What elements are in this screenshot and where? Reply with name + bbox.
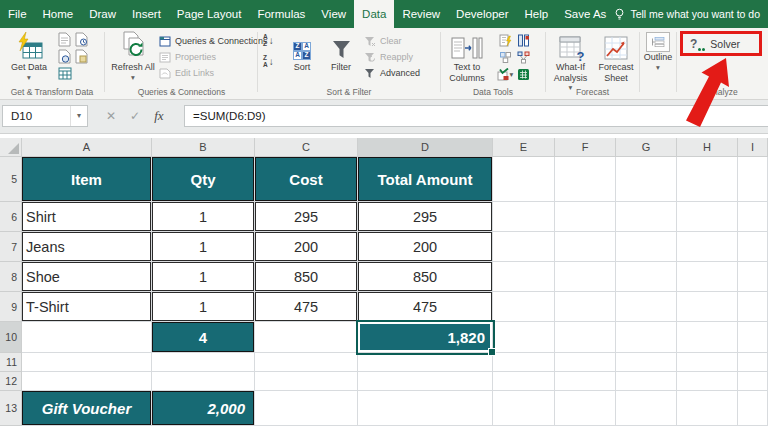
refresh-all-button[interactable]: Refresh All ▾ (111, 30, 155, 83)
existing-connections-icon[interactable] (75, 49, 88, 64)
tab-file[interactable]: File (0, 0, 35, 28)
cell-A11[interactable] (22, 353, 152, 372)
cell-F10[interactable] (555, 322, 616, 353)
solver-button[interactable]: ? Solver (690, 37, 740, 51)
recent-sources-icon[interactable] (75, 32, 88, 47)
row-header-6[interactable]: 6 (0, 202, 22, 232)
cell-G5[interactable] (616, 157, 677, 202)
cell-E9[interactable] (493, 292, 555, 322)
from-web-icon[interactable] (58, 49, 71, 64)
cell-C11[interactable] (255, 353, 358, 372)
cell-G9[interactable] (616, 292, 677, 322)
row-header-7[interactable]: 7 (0, 232, 22, 262)
cell-D8[interactable]: 850 (358, 262, 493, 292)
tell-me-box[interactable]: Tell me what you want to do (614, 0, 768, 28)
cancel-icon[interactable]: ✕ (106, 109, 116, 123)
cell-B6[interactable]: 1 (152, 202, 255, 232)
cell-I9[interactable] (738, 292, 768, 322)
cell-I6[interactable] (738, 202, 768, 232)
cell-B8[interactable]: 1 (152, 262, 255, 292)
tab-page-layout[interactable]: Page Layout (169, 0, 250, 28)
cell-E12[interactable] (493, 372, 555, 391)
cell-A10[interactable] (22, 322, 152, 353)
cell-E11[interactable] (493, 353, 555, 372)
col-header-B[interactable]: B (152, 138, 255, 157)
tab-data[interactable]: Data (354, 0, 394, 28)
cell-H7[interactable] (677, 232, 738, 262)
cell-C13[interactable] (255, 391, 358, 426)
cell-A13[interactable]: Gift Voucher (22, 391, 152, 426)
queries-connections-button[interactable]: Queries & Connections (159, 35, 268, 47)
flash-fill-icon[interactable] (499, 34, 512, 47)
cell-I10[interactable] (738, 322, 768, 353)
manage-data-model-icon[interactable] (517, 68, 530, 81)
insert-function-icon[interactable]: fx (154, 108, 163, 124)
name-box-caret-icon[interactable]: ▾ (70, 106, 87, 126)
cell-G11[interactable] (616, 353, 677, 372)
cell-E10[interactable] (493, 322, 555, 353)
tab-draw[interactable]: Draw (81, 0, 124, 28)
cell-A8[interactable]: Shoe (22, 262, 152, 292)
forecast-sheet-button[interactable]: Forecast Sheet (595, 30, 637, 83)
col-header-G[interactable]: G (616, 138, 677, 157)
tab-save-as[interactable]: Save As (556, 0, 614, 28)
data-validation-button[interactable]: ▾ (497, 68, 514, 81)
cell-D11[interactable] (358, 353, 493, 372)
col-header-D[interactable]: D (358, 138, 493, 157)
cell-F13[interactable] (555, 391, 616, 426)
text-to-columns-button[interactable]: Text to Columns (443, 30, 491, 83)
row-header-11[interactable]: 11 (0, 353, 22, 372)
properties-button[interactable]: Properties (159, 51, 268, 63)
cell-G10[interactable] (616, 322, 677, 353)
sort-ascending-icon[interactable]: AZ ↓ (263, 34, 274, 47)
cell-E7[interactable] (493, 232, 555, 262)
col-header-A[interactable]: A (22, 138, 152, 157)
advanced-filter-button[interactable]: Advanced (364, 67, 420, 79)
select-all-corner[interactable] (0, 138, 22, 157)
from-text-icon[interactable] (58, 32, 71, 47)
cell-G13[interactable] (616, 391, 677, 426)
clear-filter-button[interactable]: Clear (364, 35, 420, 47)
remove-duplicates-icon[interactable] (517, 34, 530, 47)
col-header-F[interactable]: F (555, 138, 616, 157)
cell-C8[interactable]: 850 (255, 262, 358, 292)
edit-links-button[interactable]: Edit Links (159, 67, 268, 79)
cell-G7[interactable] (616, 232, 677, 262)
cell-D10[interactable]: 1,820 (358, 322, 493, 353)
cell-I13[interactable] (738, 391, 768, 426)
tab-formulas[interactable]: Formulas (249, 0, 313, 28)
cell-B12[interactable] (152, 372, 255, 391)
row-header-13[interactable]: 13 (0, 391, 22, 426)
col-header-E[interactable]: E (493, 138, 555, 157)
cell-G12[interactable] (616, 372, 677, 391)
what-if-analysis-button[interactable]: ? What-If Analysis ▾ (548, 30, 593, 94)
sort-button[interactable]: ZA AZ Sort (284, 30, 320, 73)
cell-F6[interactable] (555, 202, 616, 232)
cell-C10[interactable] (255, 322, 358, 353)
cell-F8[interactable] (555, 262, 616, 292)
cell-H10[interactable] (677, 322, 738, 353)
tab-home[interactable]: Home (35, 0, 82, 28)
cell-C9[interactable]: 475 (255, 292, 358, 322)
cell-E13[interactable] (493, 391, 555, 426)
col-header-I[interactable]: I (738, 138, 768, 157)
cell-H13[interactable] (677, 391, 738, 426)
tab-developer[interactable]: Developer (448, 0, 516, 28)
fill-handle[interactable] (488, 348, 496, 356)
filter-button[interactable]: Filter (322, 30, 360, 73)
reapply-filter-button[interactable]: Reapply (364, 51, 420, 63)
name-box[interactable]: D10 ▾ (2, 105, 88, 127)
cell-F12[interactable] (555, 372, 616, 391)
cell-I8[interactable] (738, 262, 768, 292)
cell-I7[interactable] (738, 232, 768, 262)
cell-F11[interactable] (555, 353, 616, 372)
cell-G6[interactable] (616, 202, 677, 232)
col-header-C[interactable]: C (255, 138, 358, 157)
row-header-8[interactable]: 8 (0, 262, 22, 292)
cell-G8[interactable] (616, 262, 677, 292)
cell-D5[interactable]: Total Amount (358, 157, 493, 202)
cell-H5[interactable] (677, 157, 738, 202)
cell-A12[interactable] (22, 372, 152, 391)
tab-insert[interactable]: Insert (124, 0, 169, 28)
cell-F9[interactable] (555, 292, 616, 322)
